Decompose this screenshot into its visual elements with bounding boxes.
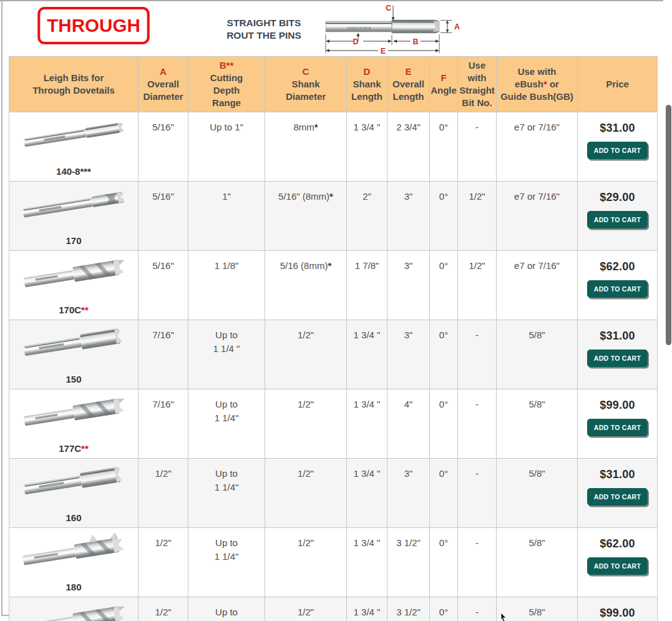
cell-angle: 0° <box>430 112 458 182</box>
col-header-product: Leigh Bits for Through Dovetails <box>9 57 139 112</box>
page-left-border <box>1 0 2 615</box>
cell-overall-diameter: 1/2" <box>139 597 188 621</box>
cell-straight-bit-no: - <box>458 112 497 182</box>
cell-angle: 0° <box>430 597 458 621</box>
model-mark: ** <box>81 305 89 315</box>
cell-product: 170C** <box>9 251 139 320</box>
add-to-cart-button[interactable]: ADD TO CART <box>587 211 648 228</box>
cell-ebush: 5/8" <box>497 389 578 459</box>
cell-product: 160 <box>9 459 139 528</box>
price-value: $31.00 <box>578 467 656 481</box>
cell-price: $31.00ADD TO CART <box>578 459 658 528</box>
cell-overall-length: 4" <box>387 389 430 459</box>
scrollbar-thumb[interactable] <box>666 105 671 345</box>
cell-overall-length: 2 3/4" <box>387 112 430 182</box>
table-header-row: Leigh Bits for Through DovetailsAOverall… <box>9 57 658 112</box>
cell-overall-length: 3" <box>387 182 430 251</box>
through-stamp: THROUGH <box>37 7 150 44</box>
cell-cutting-depth-range: Up to 1 1/4" <box>188 389 265 459</box>
cell-product: 180C** <box>9 597 139 621</box>
product-model: 140-8*** <box>56 165 91 178</box>
cell-angle: 0° <box>430 459 458 528</box>
cell-straight-bit-no: - <box>458 320 497 389</box>
cell-shank-length: 1 7/8" <box>347 251 387 320</box>
cell-straight-bit-no: - <box>458 389 497 459</box>
cell-shank-diameter: 1/2" <box>265 389 347 459</box>
cell-price: $62.00ADD TO CART <box>578 528 658 597</box>
straight-bits-subtitle: STRAIGHT BITS ROUT THE PINS <box>217 17 311 42</box>
cell-overall-diameter: 5/16" <box>139 182 188 251</box>
add-to-cart-button[interactable]: ADD TO CART <box>587 142 648 159</box>
price-value: $62.00 <box>578 260 656 273</box>
add-to-cart-button[interactable]: ADD TO CART <box>587 280 648 298</box>
cell-price: $99.00ADD TO CART <box>578 597 658 621</box>
cell-shank-diameter: 1/2" <box>265 597 347 621</box>
cell-angle: 0° <box>430 182 458 251</box>
cell-cutting-depth-range: Up to 1 1/4" <box>188 528 265 597</box>
cell-shank-length: 1 3/4 " <box>347 528 387 597</box>
cell-ebush: e7 or 7/16" <box>497 112 578 182</box>
cell-angle: 0° <box>430 389 458 459</box>
table-row: 1507/16"Up to 1 1/4 "1/2"1 3/4 "3"0°-5/8… <box>9 320 658 389</box>
cell-straight-bit-no: 1/2" <box>458 251 497 320</box>
product-model: 170 <box>66 234 81 248</box>
cell-shank-diameter: 1/2" <box>265 320 347 389</box>
cell-shank-length: 1 3/4 " <box>347 320 387 389</box>
diagram-label-e: E <box>381 47 386 55</box>
add-to-cart-button[interactable]: ADD TO CART <box>587 488 648 506</box>
router-bit-image-straight <box>20 461 127 506</box>
cell-price: $31.00ADD TO CART <box>578 112 658 182</box>
cell-shank-length: 1 3/4 " <box>347 389 387 459</box>
price-value: $31.00 <box>578 329 656 343</box>
product-model: 177C** <box>59 442 89 456</box>
cell-overall-length: 3" <box>387 320 430 389</box>
cell-cutting-depth-range: Up to 1 1/4" <box>188 597 265 621</box>
table-row: 177C**7/16"Up to 1 1/4"1/2"1 3/4 "4"0°-5… <box>9 389 658 459</box>
cell-overall-length: 3" <box>387 251 430 320</box>
diagram-label-c: C <box>386 4 391 12</box>
model-mark: *** <box>80 166 91 177</box>
cell-angle: 0° <box>430 320 458 389</box>
cell-overall-diameter: 7/16" <box>139 389 188 459</box>
cell-ebush: 5/8" <box>497 459 578 528</box>
col-header-angle: FAngle <box>430 57 458 112</box>
price-value: $99.00 <box>578 606 656 620</box>
cell-product: 170 <box>9 182 139 251</box>
cell-overall-length: 3 1/2" <box>387 597 430 621</box>
add-to-cart-button[interactable]: ADD TO CART <box>587 350 648 367</box>
diagram-engraving: LEIGH #140-8 <box>347 26 371 30</box>
cell-shank-diameter: 5/16 (8mm)* <box>265 251 347 320</box>
cell-cutting-depth-range: Up to 1 1/4" <box>188 459 265 528</box>
cell-shank-diameter: 5/16" (8mm)* <box>265 182 347 251</box>
col-header-price: Price <box>578 57 658 112</box>
cell-angle: 0° <box>430 528 458 597</box>
cell-product: 180 <box>9 528 139 597</box>
router-bit-image-flute <box>20 184 127 229</box>
cell-shank-diameter: 1/2" <box>265 459 347 528</box>
price-value: $99.00 <box>578 398 656 412</box>
col-header-overall-diameter: AOverall Diameter <box>139 57 188 112</box>
product-model: 170C** <box>59 303 89 317</box>
col-header-ebush: Use with eBush* or Guide Bush(GB) <box>497 57 578 112</box>
cell-product: 140-8*** <box>9 112 139 182</box>
cell-overall-diameter: 5/16" <box>139 251 188 320</box>
col-header-straight-bit-no: Use with Straight Bit No. <box>458 57 497 112</box>
col-header-overall-length: EOverall Length <box>387 57 430 112</box>
cell-overall-length: 3" <box>387 459 430 528</box>
cell-cutting-depth-range: Up to 1" <box>188 112 265 182</box>
col-header-cutting-depth-range: B**Cutting Depth Range <box>188 57 265 112</box>
product-model: 180 <box>66 580 81 594</box>
cell-shank-length: 1 3/4 " <box>347 459 387 528</box>
col-header-shank-length: DShank Length <box>347 57 387 112</box>
cell-cutting-depth-range: 1" <box>188 182 265 251</box>
diagram-label-d: D <box>353 37 358 46</box>
cell-ebush: 5/8" <box>497 597 578 621</box>
cell-product: 150 <box>9 320 139 389</box>
cell-shank-length: 1 3/4 " <box>347 597 387 621</box>
add-to-cart-button[interactable]: ADD TO CART <box>587 419 648 436</box>
router-bit-image-spiral <box>20 253 127 298</box>
cell-price: $99.00ADD TO CART <box>578 389 658 459</box>
cell-price: $31.00ADD TO CART <box>578 320 658 389</box>
cell-price: $29.00ADD TO CART <box>578 182 658 251</box>
add-to-cart-button[interactable]: ADD TO CART <box>587 557 648 575</box>
